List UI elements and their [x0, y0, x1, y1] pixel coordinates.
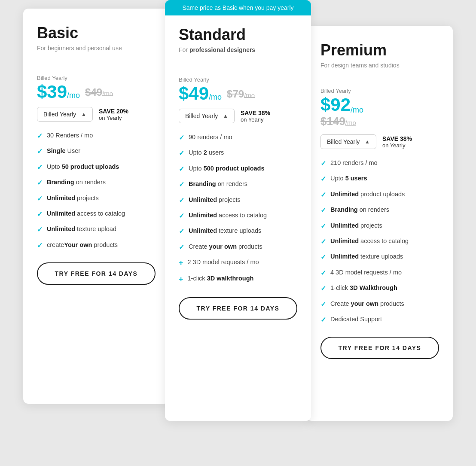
plan-name-basic: Basic	[37, 24, 156, 42]
chevron-down-icon: ▲	[81, 111, 86, 117]
feature-item: ✓Branding on renders	[179, 180, 297, 189]
feature-item: ✓Unlimited texture upload	[37, 225, 156, 235]
price-main-premium: $92/mo	[320, 96, 439, 114]
save-badge-basic: SAVE 20% on Yearly	[99, 108, 128, 121]
price-old-basic: $49/mo	[85, 87, 113, 97]
feature-item: ✓Dedicated Support	[320, 315, 439, 325]
check-icon: ✓	[37, 163, 43, 172]
check-icon: ✓	[320, 315, 326, 325]
feature-item: ✓30 Renders / mo	[37, 131, 156, 141]
feature-item: ✓Single User	[37, 146, 156, 156]
plus-icon: +	[179, 274, 183, 285]
feature-item: ✓Branding on renders	[320, 205, 439, 215]
cta-button-premium[interactable]: TRY FREE FOR 14 DAYS	[320, 337, 439, 359]
check-icon: ✓	[320, 268, 326, 278]
feature-item: ✓Unlimited product uploads	[320, 190, 439, 200]
check-icon: ✓	[179, 133, 184, 143]
check-icon: ✓	[37, 210, 43, 219]
feature-item: ✓210 renders / mo	[320, 158, 439, 168]
cta-button-basic[interactable]: TRY FREE FOR 14 DAYS	[37, 262, 156, 285]
check-icon: ✓	[37, 225, 43, 235]
features-list-standard: ✓90 renders / mo ✓Upto 2 users ✓Upto 500…	[179, 133, 297, 285]
feature-item: ✓Unlimited texture uploads	[320, 252, 439, 262]
feature-item: ✓createYour own products	[37, 241, 156, 250]
check-icon: ✓	[37, 194, 43, 204]
feature-item: ✓Upto 50 product uploads	[37, 162, 156, 172]
feature-item: ✓Unlimited access to catalog	[320, 237, 439, 247]
price-old-premium: $149/mo	[320, 116, 439, 127]
check-icon: ✓	[179, 227, 184, 236]
check-icon: ✓	[37, 147, 43, 156]
check-icon: ✓	[179, 164, 184, 174]
check-icon: ✓	[179, 243, 184, 252]
chevron-down-icon: ▲	[365, 139, 370, 145]
feature-item: ✓Unlimited texture uploads	[179, 226, 297, 236]
chevron-down-icon: ▲	[223, 113, 228, 119]
plan-name-standard: Standard	[179, 26, 297, 44]
feature-item: ✓4 3D model requests / mo	[320, 268, 439, 278]
plus-icon: +	[179, 258, 183, 268]
billing-label-premium: Billed Yearly	[320, 88, 439, 94]
cta-button-standard[interactable]: TRY FREE FOR 14 DAYS	[179, 297, 297, 320]
check-icon: ✓	[179, 149, 184, 158]
check-icon: ✓	[320, 253, 326, 262]
plan-description-standard: For professional designers	[179, 46, 297, 53]
check-icon: ✓	[179, 180, 184, 189]
feature-item: ✓Branding on renders	[37, 178, 156, 188]
plan-description-premium: For design teams and studios	[320, 62, 439, 69]
check-icon: ✓	[320, 222, 326, 231]
save-badge-premium: SAVE 38% on Yearly	[382, 135, 412, 149]
price-old-standard: $79/mo	[227, 89, 255, 99]
plan-card-premium: Premium For design teams and studios Bil…	[307, 26, 453, 421]
feature-item: ✓Unlimited projects	[179, 195, 297, 205]
save-badge-standard: SAVE 38% on Yearly	[241, 110, 270, 123]
feature-item: ✓Upto 500 product uploads	[179, 164, 297, 174]
feature-item: ✓Unlimited access to catalog	[37, 209, 156, 219]
feature-item: ✓Upto 2 users	[179, 148, 297, 158]
check-icon: ✓	[37, 178, 43, 188]
billing-label-standard: Billed Yearly	[179, 76, 297, 83]
feature-item: ✓Unlimited projects	[37, 194, 156, 204]
billing-label-basic: Billed Yearly	[37, 75, 156, 81]
feature-item: ✓Create your own products	[320, 299, 439, 309]
price-main-standard: $49/mo	[179, 85, 222, 103]
check-icon: ✓	[320, 190, 326, 200]
billing-select-standard[interactable]: Billed Yearly ▲	[179, 109, 235, 123]
check-icon: ✓	[37, 131, 43, 141]
check-icon: ✓	[320, 206, 326, 215]
pricing-container: Basic For beginners and personal use Bil…	[6, 9, 470, 421]
check-icon: ✓	[320, 159, 326, 168]
feature-item: ✓90 renders / mo	[179, 133, 297, 143]
feature-item: +1-click 3D walkthrough	[179, 274, 297, 285]
features-list-premium: ✓210 renders / mo ✓Upto 5 users ✓Unlimit…	[320, 158, 439, 325]
plan-card-basic: Basic For beginners and personal use Bil…	[23, 9, 169, 404]
feature-item: +2 3D model requests / mo	[179, 258, 297, 268]
feature-item: ✓Unlimited access to catalog	[179, 211, 297, 221]
feature-item: ✓1-click 3D Walkthrough	[320, 283, 439, 293]
billing-select-premium[interactable]: Billed Yearly ▲	[320, 134, 376, 149]
feature-item: ✓Unlimited projects	[320, 221, 439, 231]
plan-name-premium: Premium	[320, 41, 439, 59]
features-list-basic: ✓30 Renders / mo ✓Single User ✓Upto 50 p…	[37, 131, 156, 250]
check-icon: ✓	[320, 284, 326, 293]
check-icon: ✓	[320, 174, 326, 184]
plan-description-basic: For beginners and personal use	[37, 45, 156, 52]
check-icon: ✓	[320, 237, 326, 247]
feature-item: ✓Upto 5 users	[320, 174, 439, 184]
feature-item: ✓Create your own products	[179, 242, 297, 252]
check-icon: ✓	[179, 196, 184, 205]
price-main-basic: $39/mo	[37, 83, 80, 101]
billing-select-basic[interactable]: Billed Yearly ▲	[37, 107, 93, 122]
check-icon: ✓	[320, 300, 326, 309]
check-icon: ✓	[37, 241, 43, 250]
plan-card-standard: Same price as Basic when you pay yearly …	[165, 0, 311, 421]
check-icon: ✓	[179, 211, 184, 221]
plan-badge-standard: Same price as Basic when you pay yearly	[165, 0, 311, 15]
